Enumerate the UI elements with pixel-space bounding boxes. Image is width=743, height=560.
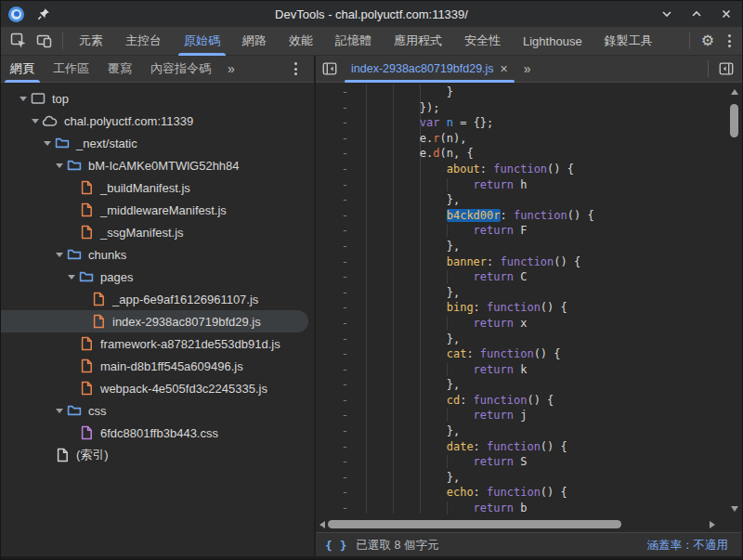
main-tab-0[interactable]: 元素: [68, 27, 114, 56]
code-line[interactable]: - },: [316, 423, 741, 439]
tree-item[interactable]: (索引): [1, 444, 314, 466]
expand-arrow-icon[interactable]: [65, 275, 78, 280]
code-line[interactable]: - return k: [316, 362, 741, 378]
line-gutter[interactable]: -: [316, 223, 360, 239]
window-minimize-button[interactable]: [657, 4, 677, 24]
code-line[interactable]: - about: function() {: [316, 162, 741, 177]
code-line[interactable]: - cd: function() {: [316, 393, 741, 409]
tree-item[interactable]: top: [1, 87, 314, 110]
code-line[interactable]: - echo: function() {: [316, 485, 741, 501]
editor-tab-index-js[interactable]: index-2938ac80719bfd29.js ×: [343, 56, 516, 83]
line-gutter[interactable]: -: [316, 192, 360, 208]
tree-item[interactable]: _app-6e9af16126961107.js: [1, 288, 314, 310]
tree-item[interactable]: index-2938ac80719bfd29.js: [1, 310, 308, 332]
tree-item[interactable]: _ssgManifest.js: [1, 221, 314, 243]
horizontal-scrollbar[interactable]: [316, 517, 728, 532]
tree-item[interactable]: 6fdc8801ffb3b443.css: [1, 422, 314, 444]
expand-arrow-icon[interactable]: [53, 253, 66, 257]
navigator-tab-2[interactable]: 覆寫: [98, 56, 141, 83]
main-tab-2[interactable]: 原始碼: [173, 27, 231, 56]
expand-arrow-icon[interactable]: [17, 97, 30, 101]
main-tab-6[interactable]: 應用程式: [383, 27, 453, 56]
line-gutter[interactable]: -: [316, 285, 360, 301]
code-line[interactable]: - bing: function() {: [316, 300, 741, 316]
code-line[interactable]: - e.d(n, {: [316, 146, 741, 162]
tree-item[interactable]: _buildManifest.js: [1, 176, 314, 199]
tree-item[interactable]: bM-IcAMKe0MTWlG52hh84: [1, 154, 314, 176]
code-line[interactable]: - },: [316, 332, 741, 347]
expand-arrow-icon[interactable]: [53, 409, 66, 413]
line-gutter[interactable]: -: [316, 408, 360, 423]
coverage-link[interactable]: 涵蓋率：不適用: [647, 538, 729, 553]
tree-item[interactable]: _next/static: [1, 132, 314, 154]
tab-close-icon[interactable]: ×: [501, 61, 508, 76]
code-line[interactable]: - return F: [316, 223, 741, 239]
vertical-scrollbar[interactable]: [728, 83, 741, 517]
tree-item[interactable]: chunks: [1, 243, 314, 266]
code-line[interactable]: - b4ckd00r: function() {: [316, 208, 741, 224]
main-tab-1[interactable]: 主控台: [114, 27, 173, 56]
expand-arrow-icon[interactable]: [29, 119, 42, 124]
code-editor[interactable]: - }- });- var n = {};- e.r(n),- e.d(n, {…: [316, 83, 741, 517]
line-gutter[interactable]: -: [316, 131, 360, 147]
line-gutter[interactable]: -: [316, 485, 360, 501]
line-gutter[interactable]: -: [316, 254, 360, 270]
navigator-tab-3[interactable]: 內容指令碼: [141, 56, 220, 83]
navigator-tab-1[interactable]: 工作區: [44, 56, 98, 83]
pretty-print-icon[interactable]: { }: [316, 539, 356, 553]
sidebar-toggle-icon[interactable]: [714, 57, 738, 81]
expand-arrow-icon[interactable]: [53, 163, 66, 168]
scroll-down-icon[interactable]: [731, 506, 738, 512]
tree-item[interactable]: webpack-4e505fd3c2245335.js: [1, 377, 314, 399]
line-gutter[interactable]: -: [316, 115, 360, 131]
line-gutter[interactable]: -: [316, 346, 360, 362]
line-gutter[interactable]: -: [316, 439, 360, 455]
more-editor-tabs-icon[interactable]: »: [516, 61, 539, 76]
code-line[interactable]: - return h: [316, 177, 741, 193]
line-gutter[interactable]: -: [316, 423, 360, 439]
code-line[interactable]: - e.r(n),: [316, 131, 741, 147]
navigator-more-options-icon[interactable]: [287, 62, 305, 75]
line-gutter[interactable]: -: [316, 208, 360, 224]
pin-icon[interactable]: [37, 7, 50, 20]
horizontal-scrollbar-thumb[interactable]: [328, 520, 621, 528]
code-line[interactable]: - },: [316, 239, 741, 254]
code-line[interactable]: - banner: function() {: [316, 254, 741, 270]
main-tab-5[interactable]: 記憶體: [324, 27, 383, 56]
scroll-left-icon[interactable]: [319, 521, 325, 528]
code-line[interactable]: - });: [316, 100, 741, 116]
code-line[interactable]: - },: [316, 192, 741, 208]
tree-item[interactable]: main-d8b1ff545a609496.js: [1, 355, 314, 377]
code-line[interactable]: - return x: [316, 316, 741, 332]
inspect-icon[interactable]: [7, 29, 31, 53]
window-close-button[interactable]: [716, 4, 736, 24]
line-gutter[interactable]: -: [316, 100, 360, 116]
line-gutter[interactable]: -: [316, 332, 360, 347]
more-tabs-icon[interactable]: »: [220, 61, 242, 76]
vertical-scrollbar-thumb[interactable]: [730, 104, 738, 137]
window-maximize-button[interactable]: [686, 4, 707, 24]
code-line[interactable]: - date: function() {: [316, 439, 741, 455]
line-gutter[interactable]: -: [316, 393, 360, 409]
settings-gear-icon[interactable]: ⚙: [696, 29, 720, 53]
line-gutter[interactable]: -: [316, 146, 360, 162]
main-tab-7[interactable]: 安全性: [453, 27, 512, 56]
code-line[interactable]: - },: [316, 377, 741, 393]
main-tab-3[interactable]: 網路: [231, 27, 278, 56]
expand-arrow-icon[interactable]: [41, 141, 54, 146]
tree-item[interactable]: framework-a87821de553db91d.js: [1, 332, 314, 355]
tree-item[interactable]: pages: [1, 266, 314, 288]
line-gutter[interactable]: -: [316, 316, 360, 332]
line-gutter[interactable]: -: [316, 239, 360, 254]
device-toolbar-icon[interactable]: [33, 29, 57, 53]
line-gutter[interactable]: -: [316, 162, 360, 177]
main-tab-4[interactable]: 效能: [278, 27, 324, 56]
code-line[interactable]: - return S: [316, 454, 741, 470]
line-gutter[interactable]: -: [316, 362, 360, 378]
code-line[interactable]: - return C: [316, 269, 741, 285]
line-gutter[interactable]: -: [316, 177, 360, 193]
code-line[interactable]: - }: [316, 85, 741, 100]
line-gutter[interactable]: -: [316, 269, 360, 285]
code-line[interactable]: - cat: function() {: [316, 346, 741, 362]
more-options-icon[interactable]: [721, 34, 738, 47]
